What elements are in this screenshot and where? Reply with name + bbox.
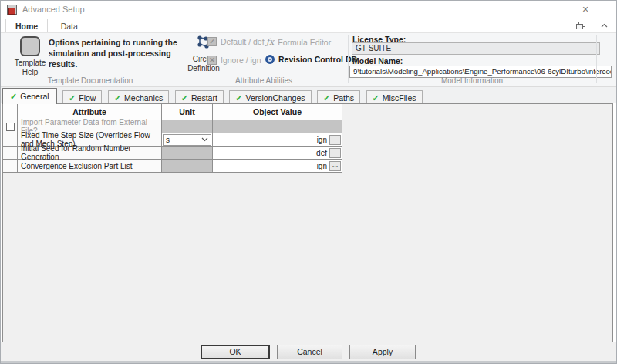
object-value-text: ign bbox=[317, 136, 327, 144]
chevron-up-icon bbox=[599, 22, 609, 30]
object-value-browse-button[interactable]: ... bbox=[329, 161, 341, 171]
check-icon: ✓ bbox=[373, 93, 379, 103]
ribbon-tab-data[interactable]: Data bbox=[52, 19, 87, 32]
template-help-button[interactable]: Template Help bbox=[8, 35, 52, 77]
default-def-checkbox[interactable]: ✓ Default / def bbox=[207, 37, 265, 46]
collapse-ribbon-button[interactable] bbox=[599, 21, 609, 31]
checked-box-icon: ✓ bbox=[207, 37, 217, 46]
unit-cell-disabled bbox=[162, 147, 212, 159]
ok-button[interactable]: OK bbox=[201, 345, 270, 359]
subtab-label: Flow bbox=[79, 93, 96, 103]
object-value-column-header: Object Value bbox=[213, 104, 342, 120]
check-icon: ✓ bbox=[235, 93, 242, 103]
model-name-label: Model Name: bbox=[352, 56, 403, 66]
window-title: Advanced Setup bbox=[22, 5, 85, 14]
unit-value: s bbox=[166, 136, 170, 144]
formula-editor-label: Formula Editor bbox=[278, 38, 331, 47]
template-help-icon bbox=[20, 36, 40, 56]
group-label-attribute-abilities: Attribute Abilities bbox=[180, 76, 348, 85]
subtab-label: Restart bbox=[191, 93, 217, 103]
formula-icon: ƒx bbox=[266, 37, 274, 47]
object-value-cell[interactable]: ign ... bbox=[213, 160, 342, 172]
formula-editor-button[interactable]: ƒx Formula Editor bbox=[266, 37, 331, 47]
value-cell-disabled bbox=[213, 120, 342, 133]
check-icon: ✓ bbox=[69, 93, 76, 103]
default-def-label: Default / def bbox=[221, 37, 265, 46]
subtab-general[interactable]: ✓General bbox=[2, 88, 57, 104]
subtab-label: General bbox=[20, 92, 49, 101]
object-value-browse-button[interactable]: ... bbox=[329, 135, 341, 145]
cancel-button[interactable]: Cancel bbox=[277, 345, 342, 359]
object-value-cell[interactable]: ign ... bbox=[213, 133, 342, 146]
ignore-ign-label: Ignore / ign bbox=[221, 56, 261, 65]
close-icon: ✕ bbox=[582, 5, 588, 14]
object-value-text: def bbox=[316, 149, 327, 157]
check-icon: ✓ bbox=[10, 92, 17, 101]
table-row-checkbox-cell bbox=[3, 133, 17, 146]
table-row-checkbox-cell bbox=[3, 160, 17, 172]
ribbon-tab-home[interactable]: Home bbox=[5, 19, 48, 33]
subtab-label: VersionChanges bbox=[245, 93, 305, 103]
attribute-cell: Convergence Exclusion Part List bbox=[18, 160, 161, 172]
chevron-down-icon bbox=[201, 137, 208, 142]
object-value-text: ign bbox=[317, 162, 327, 170]
table-row-checkbox-cell bbox=[3, 120, 17, 133]
subtab-label: MiscFiles bbox=[383, 93, 416, 103]
title-bar: Advanced Setup ✕ bbox=[1, 1, 616, 18]
object-value-browse-button[interactable]: ... bbox=[329, 148, 341, 158]
unit-cell-disabled bbox=[162, 120, 212, 133]
table-corner-header bbox=[3, 104, 17, 120]
template-help-label: Template Help bbox=[8, 59, 52, 77]
subtab-label: Mechanics bbox=[124, 93, 163, 103]
general-tab-content: Attribute Unit Object Value Import Param… bbox=[2, 103, 613, 342]
attribute-table: Attribute Unit Object Value Import Param… bbox=[3, 104, 342, 173]
unit-cell: s bbox=[162, 133, 212, 146]
ribbon-separator bbox=[596, 35, 597, 83]
unit-cell-disabled bbox=[162, 160, 212, 172]
group-label-model-information: Model Information bbox=[348, 76, 596, 85]
check-icon: ✓ bbox=[181, 93, 188, 103]
apply-button[interactable]: Apply bbox=[349, 345, 416, 359]
unit-select[interactable]: s bbox=[163, 134, 211, 146]
unit-column-header: Unit bbox=[162, 104, 212, 120]
revision-control-db-button[interactable]: Revision Control DB bbox=[265, 55, 357, 64]
gt-model-icon bbox=[7, 5, 17, 15]
window-bottom-edge bbox=[1, 361, 616, 364]
attribute-cell: Initial Seed for Random Number Generatio… bbox=[18, 147, 161, 159]
attribute-subtab-bar: ✓General ✓Flow ✓Mechanics ✓Restart ✓Vers… bbox=[1, 87, 616, 103]
ribbon-display-options-icon bbox=[576, 22, 585, 30]
subtab-label: Paths bbox=[333, 93, 354, 103]
table-row-checkbox-cell bbox=[3, 147, 17, 159]
ribbon-display-options-button[interactable] bbox=[576, 21, 585, 31]
object-value-cell[interactable]: def ... bbox=[213, 147, 342, 159]
template-doc-description: Options pertaining to running the simula… bbox=[49, 37, 181, 70]
license-type-field[interactable]: GT-SUITE bbox=[352, 42, 600, 55]
ignore-ign-checkbox[interactable]: ✕ Ignore / ign bbox=[207, 56, 261, 65]
group-label-template-documentation: Template Documentation bbox=[1, 76, 180, 85]
advanced-setup-window: Advanced Setup ✕ Home Data Template Help… bbox=[0, 0, 617, 364]
attribute-column-header: Attribute bbox=[18, 104, 161, 120]
close-button[interactable]: ✕ bbox=[576, 3, 595, 15]
import-parameter-checkbox[interactable] bbox=[6, 123, 15, 131]
revision-control-icon bbox=[265, 55, 275, 64]
check-icon: ✓ bbox=[323, 93, 330, 103]
crossed-box-icon: ✕ bbox=[207, 56, 217, 65]
dialog-button-bar: OK Cancel Apply bbox=[1, 342, 616, 361]
revision-control-label: Revision Control DB bbox=[278, 55, 357, 64]
ribbon-tabstrip: Home Data bbox=[1, 18, 616, 32]
ribbon: Template Help Options pertaining to runn… bbox=[1, 32, 616, 87]
check-icon: ✓ bbox=[114, 93, 121, 103]
